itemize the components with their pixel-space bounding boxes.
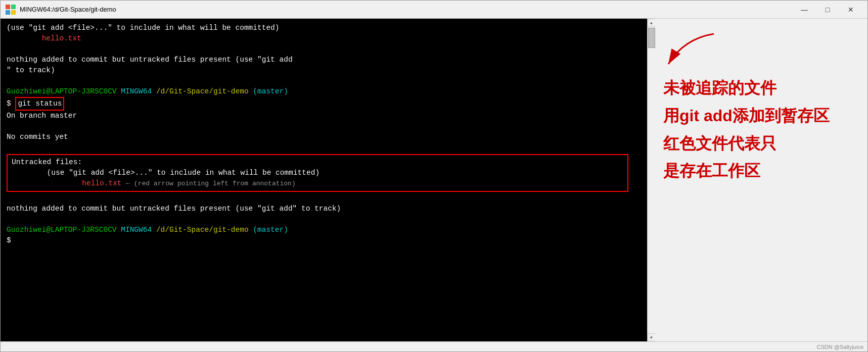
untracked-files-box: Untracked files: (use "git add <file>...… <box>7 154 628 192</box>
window-title: MINGW64:/d/Git-Space/git-demo <box>20 6 793 13</box>
titlebar: MINGW64:/d/Git-Space/git-demo — □ ✕ <box>1 1 867 19</box>
terminal-line <box>7 76 641 86</box>
terminal-line: nothing added to commit but untracked fi… <box>7 204 641 214</box>
window-controls: — □ ✕ <box>793 1 862 19</box>
mingw-icon <box>6 5 16 15</box>
terminal-line <box>7 44 641 55</box>
svg-rect-3 <box>11 10 16 15</box>
terminal-line: hello.txt <box>7 33 641 44</box>
annotation-arrow-area <box>663 29 859 72</box>
annotation-line1: 未被追踪的文件 <box>663 77 859 99</box>
terminal-line: (use "git add <file>..." to include in w… <box>12 168 623 178</box>
close-button[interactable]: ✕ <box>839 1 862 19</box>
svg-rect-1 <box>11 5 16 9</box>
terminal-line <box>7 142 641 153</box>
minimize-button[interactable]: — <box>793 1 816 19</box>
terminal-line: Untracked files: <box>12 157 623 168</box>
bottom-bar: CSDN @Saltyjuice <box>1 341 867 351</box>
scroll-down-arrow[interactable]: ▼ <box>648 333 656 341</box>
terminal-line <box>7 121 641 132</box>
scrollbar-thumb[interactable] <box>648 28 655 48</box>
svg-rect-0 <box>6 5 10 9</box>
terminal-line: On branch master <box>7 111 641 121</box>
annotation-line2: 用git add添加到暂存区 <box>663 105 859 127</box>
annotation-line4: 是存在工作区 <box>663 160 859 182</box>
terminal-line: hello.txt ← (red arrow pointing left fro… <box>12 178 623 189</box>
annotation-line3: 红色文件代表只 <box>663 132 859 155</box>
scroll-up-arrow[interactable]: ▲ <box>648 19 656 27</box>
terminal-line: " to track) <box>7 65 641 76</box>
credit-text: CSDN @Saltyjuice <box>817 344 863 350</box>
annotation-arrow <box>663 29 724 69</box>
terminal-line: (use "git add <file>..." to include in w… <box>7 23 641 33</box>
window: MINGW64:/d/Git-Space/git-demo — □ ✕ (use… <box>0 0 868 352</box>
scrollbar-track[interactable] <box>648 27 655 333</box>
annotation-panel: 未被追踪的文件 用git add添加到暂存区 红色文件代表只 是存在工作区 <box>655 19 867 341</box>
prompt-line-2: Guozhiwei@LAPTOP-J3RSC0CV MINGW64 /d/Git… <box>7 225 641 235</box>
scrollbar[interactable]: ▲ ▼ <box>647 19 655 341</box>
terminal-line <box>7 214 641 225</box>
command-line: $ git status <box>7 97 641 111</box>
terminal-line: nothing added to commit but untracked fi… <box>7 55 641 65</box>
svg-rect-2 <box>6 10 10 15</box>
content-area: (use "git add <file>..." to include in w… <box>1 19 867 341</box>
terminal-line: No commits yet <box>7 132 641 142</box>
maximize-button[interactable]: □ <box>816 1 839 19</box>
terminal-line <box>7 193 641 204</box>
terminal[interactable]: (use "git add <file>..." to include in w… <box>1 19 647 341</box>
git-status-command: git status <box>15 97 64 111</box>
terminal-line: $ <box>7 235 641 246</box>
prompt-line: Guozhiwei@LAPTOP-J3RSC0CV MINGW64 /d/Git… <box>7 86 641 97</box>
